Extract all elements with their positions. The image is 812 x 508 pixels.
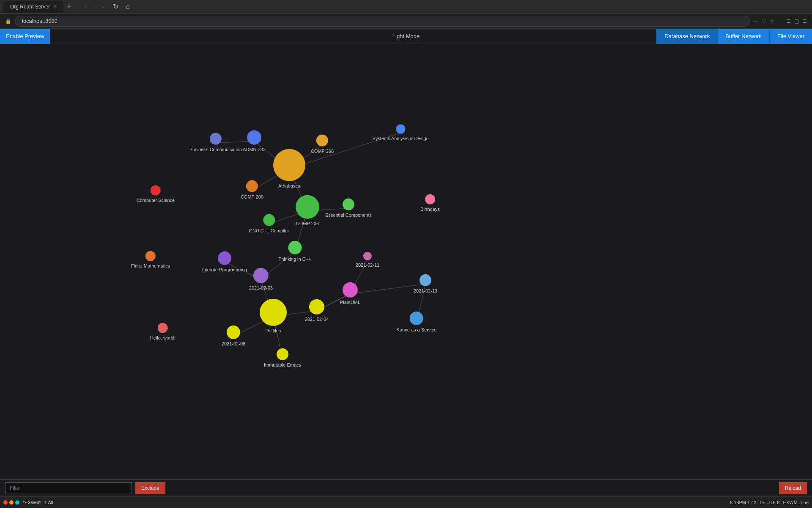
node-comp268[interactable]: COMP 268 (311, 135, 334, 154)
node-circle-kanye (410, 312, 423, 325)
node-business-comm[interactable]: Business Communication (189, 133, 242, 152)
address-input[interactable] (15, 16, 750, 27)
hamburger-icon[interactable]: ☰ (802, 18, 807, 24)
browser-right-icons: ⋯ ♡ ☆ ☰ ▢ ☰ (753, 18, 807, 24)
node-essential-components[interactable]: Essential Components (325, 199, 372, 218)
graph-svg (0, 44, 812, 433)
node-circle-thinking-cpp (288, 241, 302, 254)
bookmark-icon[interactable]: ♡ (762, 18, 766, 24)
node-label-2021-02-04: 2021-02-04 (305, 316, 329, 322)
node-label-literate-prog: Literate Programming (202, 267, 247, 273)
node-label-athabasca: Athabasca (278, 183, 300, 189)
node-circle-birthdays (425, 194, 435, 204)
node-circle-gnu-cpp (263, 214, 275, 226)
new-tab-button[interactable]: + (63, 2, 75, 11)
reload-button[interactable]: ↻ (110, 2, 121, 11)
node-plantuml[interactable]: PlantUML (340, 282, 360, 305)
node-circle-literate-prog (218, 251, 231, 265)
status-bar: *EXWM* 1 All 8:18PM 1.42 LF UTF-8 EXWM :… (0, 496, 812, 508)
node-circle-immutable-emacs (277, 348, 288, 360)
node-circle-finite-math (145, 251, 156, 261)
node-dotfiles[interactable]: Dotfiles (260, 299, 287, 334)
node-label-systems-analysis: Systems Analysis & Design (372, 135, 428, 141)
node-label-kanye: Kanye as a Service (397, 327, 437, 333)
node-2021-02-03[interactable]: 2021-02-03 (249, 268, 273, 291)
node-label-business-comm: Business Communication (189, 146, 242, 152)
node-circle-comp200 (246, 180, 258, 192)
node-label-2021-02-08: 2021-02-08 (222, 341, 245, 347)
tab-title: Org Roam Server (10, 4, 50, 10)
forward-button[interactable]: → (96, 2, 108, 11)
node-circle-essential-components (343, 199, 354, 210)
node-computer-science[interactable]: Computer Science (137, 185, 175, 203)
status-encoding: LF UTF-8 (760, 500, 779, 505)
node-label-finite-math: Finite Mathematics (131, 263, 170, 269)
security-icon: 🔒 (5, 18, 11, 24)
buffer-network-button[interactable]: Buffer Network (717, 29, 769, 44)
node-immutable-emacs[interactable]: Immutable Emacs (264, 348, 301, 368)
status-dot-red (3, 500, 8, 505)
node-systems-analysis[interactable]: Systems Analysis & Design (372, 124, 428, 141)
status-dot-yellow (9, 500, 14, 505)
exclude-button[interactable]: Exclude (135, 482, 165, 494)
status-time: 8:18PM 1.42 (730, 500, 756, 505)
back-button[interactable]: ← (82, 2, 93, 11)
node-admn233[interactable]: ADMN 233 (243, 130, 266, 152)
tab-close-icon[interactable]: ✕ (53, 4, 57, 9)
menu-dots-icon[interactable]: ⋯ (753, 18, 758, 24)
node-label-comp200: COMP 200 (241, 194, 263, 200)
node-circle-dotfiles (260, 299, 287, 326)
nav-buttons: Database Network Buffer Network File Vie… (656, 29, 812, 44)
status-dot-cyan (15, 500, 19, 505)
node-2021-02-13[interactable]: 2021-02-13 (414, 274, 437, 294)
node-literate-prog[interactable]: Literate Programming (202, 251, 247, 273)
node-comp200[interactable]: COMP 200 (241, 180, 263, 200)
node-circle-comp268 (316, 135, 328, 146)
enable-preview-button[interactable]: Enable Preview (0, 29, 50, 44)
filter-input[interactable] (5, 482, 132, 494)
node-label-2021-02-03: 2021-02-03 (249, 285, 273, 291)
workspace-label: *EXWM* (23, 500, 41, 505)
node-circle-athabasca (273, 149, 305, 181)
file-viewer-button[interactable]: File Viewer (769, 29, 812, 44)
reload-button[interactable]: Reload (779, 482, 807, 494)
node-label-2021-02-13: 2021-02-13 (414, 288, 437, 294)
node-thinking-cpp[interactable]: Thinking in C++ (278, 241, 311, 262)
node-label-computer-science: Computer Science (137, 197, 175, 203)
node-circle-plantuml (343, 282, 358, 298)
node-hello-world[interactable]: Hello, world! (150, 323, 176, 341)
database-network-button[interactable]: Database Network (656, 29, 717, 44)
status-dots (3, 500, 19, 505)
node-2021-02-11[interactable]: 2021-02-11 (356, 252, 379, 268)
star-icon[interactable]: ☆ (770, 18, 774, 24)
node-circle-admn233 (247, 130, 261, 145)
node-athabasca[interactable]: Athabasca (273, 149, 305, 189)
graph-area: Business CommunicationADMN 233COMP 268Sy… (0, 44, 812, 433)
tab-bar: Org Roam Server ✕ + (3, 1, 75, 13)
node-circle-comp206 (296, 195, 319, 219)
node-birthdays[interactable]: Birthdays (420, 194, 440, 212)
home-button[interactable]: ⌂ (123, 2, 133, 11)
browser-tab[interactable]: Org Roam Server ✕ (3, 1, 63, 13)
node-label-immutable-emacs: Immutable Emacs (264, 362, 301, 368)
browser-controls: ← → ↻ ⌂ (82, 2, 133, 11)
node-circle-2021-02-04 (309, 299, 324, 315)
node-2021-02-08[interactable]: 2021-02-08 (222, 326, 245, 347)
node-label-admn233: ADMN 233 (243, 146, 266, 152)
node-circle-2021-02-03 (253, 268, 269, 283)
node-finite-math[interactable]: Finite Mathematics (131, 251, 170, 269)
node-label-2021-02-11: 2021-02-11 (356, 262, 379, 268)
app-header: Enable Preview Light Mode Database Netwo… (0, 29, 812, 44)
browser-titlebar: Org Roam Server ✕ + ← → ↻ ⌂ (0, 0, 812, 14)
node-comp206[interactable]: COMP 206 (296, 195, 319, 226)
node-2021-02-04[interactable]: 2021-02-04 (305, 299, 329, 322)
node-label-comp206: COMP 206 (296, 221, 319, 226)
node-label-birthdays: Birthdays (420, 206, 440, 212)
desktop-label: 1 All (44, 500, 53, 505)
node-circle-2021-02-11 (363, 252, 372, 260)
node-gnu-cpp[interactable]: GNU C++ Compiler (249, 214, 289, 234)
node-label-thinking-cpp: Thinking in C++ (278, 256, 311, 262)
node-kanye[interactable]: Kanye as a Service (397, 312, 437, 333)
split-icon[interactable]: ▢ (794, 18, 799, 24)
reader-icon[interactable]: ☰ (786, 18, 791, 24)
